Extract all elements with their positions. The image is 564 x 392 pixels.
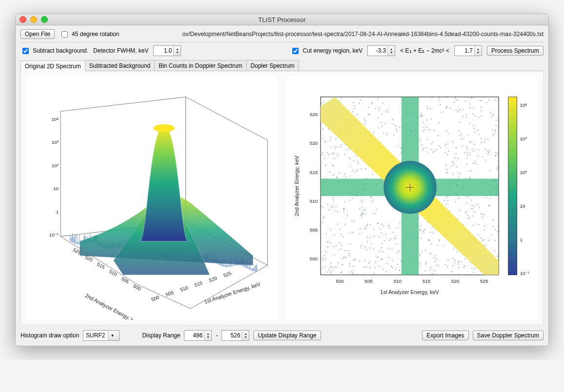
svg-rect-474 (395, 269, 396, 269)
minimize-icon[interactable] (30, 16, 37, 23)
update-range-button[interactable]: Update Display Range (253, 331, 321, 340)
svg-rect-875 (435, 261, 435, 262)
svg-rect-811 (455, 260, 455, 261)
spinner-arrows-icon[interactable]: ▲▼ (474, 46, 482, 56)
svg-rect-289 (422, 233, 423, 234)
svg-rect-848 (341, 234, 341, 234)
svg-rect-774 (471, 98, 471, 98)
svg-rect-589 (378, 128, 379, 128)
svg-rect-272 (440, 104, 441, 105)
svg-rect-624 (339, 173, 340, 173)
save-doppler-button[interactable]: Save Doppler Spectrum (473, 331, 544, 340)
subtract-checkbox[interactable]: Subtract background. (20, 46, 88, 56)
cut-formula: < E₁ + E₂ − 2mc² < (400, 47, 449, 54)
svg-rect-472 (497, 231, 498, 232)
spinner-arrows-icon[interactable]: ▲▼ (387, 46, 395, 56)
svg-rect-934 (436, 255, 436, 256)
svg-rect-496 (470, 177, 470, 178)
svg-rect-657 (322, 154, 322, 155)
svg-rect-1020 (481, 110, 482, 111)
svg-rect-645 (392, 119, 393, 120)
tab-subtracted-background[interactable]: Subtracted Background (85, 60, 155, 71)
fwhm-spinner[interactable]: ▲▼ (153, 45, 181, 56)
cut-low-input[interactable] (368, 47, 387, 54)
cut-low-spinner[interactable]: ▲▼ (367, 45, 395, 56)
close-icon[interactable] (20, 16, 26, 23)
svg-rect-756 (391, 238, 391, 239)
svg-rect-476 (400, 127, 400, 127)
svg-rect-1036 (358, 114, 358, 115)
range-low-spinner[interactable]: ▲▼ (184, 330, 212, 341)
rotation-checkbox-input[interactable] (61, 31, 68, 38)
svg-text:525: 525 (480, 278, 488, 284)
svg-rect-882 (346, 257, 346, 257)
tab-bin-counts[interactable]: Bin Counts in Doppler Spectrum (154, 60, 246, 71)
svg-rect-943 (328, 155, 329, 155)
svg-rect-710 (472, 114, 473, 114)
range-high-input[interactable] (222, 332, 242, 339)
svg-rect-615 (486, 198, 486, 198)
svg-rect-868 (472, 216, 473, 216)
svg-rect-853 (488, 240, 489, 240)
cut-high-input[interactable] (455, 47, 474, 54)
range-high-spinner[interactable]: ▲▼ (222, 330, 249, 341)
subtract-checkbox-input[interactable] (22, 48, 29, 54)
svg-rect-999 (446, 169, 447, 170)
tab-doppler-spectrum[interactable]: Dopler Spectrum (246, 60, 299, 71)
spinner-arrows-icon[interactable]: ▲▼ (242, 331, 249, 340)
range-low-input[interactable] (184, 332, 204, 339)
svg-text:10⁴: 10⁴ (520, 102, 527, 108)
svg-rect-470 (463, 117, 463, 117)
svg-rect-307 (365, 214, 365, 214)
svg-rect-688 (353, 102, 354, 103)
histogram-option-select[interactable]: SURF2 ▼ (83, 330, 120, 341)
svg-rect-727 (328, 241, 328, 242)
svg-rect-648 (493, 220, 493, 220)
svg-rect-631 (481, 142, 482, 142)
svg-rect-348 (363, 212, 363, 213)
svg-rect-798 (323, 208, 323, 208)
svg-rect-1042 (323, 260, 323, 260)
svg-rect-695 (458, 261, 459, 262)
zoom-icon[interactable] (41, 16, 48, 23)
svg-rect-1065 (508, 97, 517, 275)
svg-rect-931 (466, 164, 467, 164)
svg-rect-716 (472, 149, 472, 150)
svg-rect-780 (342, 264, 342, 265)
svg-rect-485 (484, 225, 485, 226)
svg-rect-483 (456, 147, 456, 148)
svg-text:500: 500 (150, 294, 160, 302)
svg-rect-830 (393, 124, 394, 125)
svg-rect-806 (401, 153, 402, 153)
svg-rect-1009 (372, 174, 373, 175)
svg-rect-602 (425, 229, 425, 229)
cut-region-checkbox[interactable]: Cut energy region, keV (290, 46, 363, 56)
svg-rect-553 (460, 110, 461, 111)
svg-rect-1025 (466, 158, 467, 158)
tab-original-2d[interactable]: Original 2D Spectrum (20, 60, 85, 71)
export-images-button[interactable]: Export Images (422, 331, 468, 340)
svg-rect-989 (483, 215, 483, 215)
process-spectrum-button[interactable]: Process Spectrum (487, 46, 544, 56)
svg-rect-887 (421, 140, 421, 141)
spinner-arrows-icon[interactable]: ▲▼ (204, 331, 211, 340)
svg-rect-576 (469, 123, 470, 124)
svg-rect-956 (481, 238, 481, 238)
svg-rect-784 (383, 103, 383, 103)
svg-rect-424 (366, 267, 366, 267)
rotation-checkbox[interactable]: 45 degree rotation (60, 30, 119, 39)
cut-region-checkbox-input[interactable] (292, 48, 299, 54)
svg-rect-494 (485, 245, 486, 246)
svg-rect-331 (393, 135, 394, 136)
open-file-button[interactable]: Open File (20, 29, 55, 39)
svg-rect-792 (382, 259, 383, 259)
svg-rect-863 (371, 197, 371, 197)
fwhm-input[interactable] (154, 47, 173, 54)
svg-rect-985 (399, 252, 399, 252)
window-title: TLIST Processor (16, 16, 548, 23)
svg-rect-958 (356, 156, 356, 156)
cut-high-spinner[interactable]: ▲▼ (454, 45, 482, 56)
svg-rect-865 (344, 154, 345, 155)
svg-rect-542 (360, 229, 360, 229)
spinner-arrows-icon[interactable]: ▲▼ (173, 46, 181, 56)
